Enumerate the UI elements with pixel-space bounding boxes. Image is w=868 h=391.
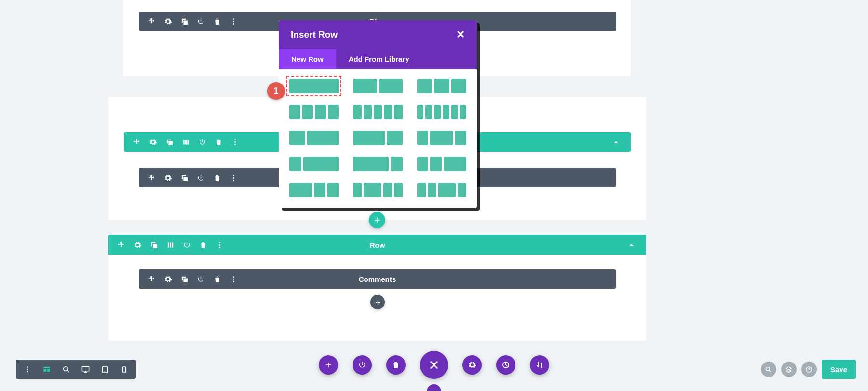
power-icon[interactable] — [197, 275, 205, 283]
move-icon[interactable] — [148, 275, 156, 283]
trash-icon[interactable] — [199, 241, 207, 249]
tab-new-row[interactable]: New Row — [279, 49, 336, 69]
svg-rect-22 — [43, 369, 46, 372]
layout-option[interactable] — [289, 79, 339, 93]
svg-point-14 — [219, 247, 220, 248]
add-button[interactable] — [319, 355, 338, 375]
trash-icon[interactable] — [215, 138, 223, 146]
duplicate-icon[interactable] — [180, 275, 189, 283]
svg-point-15 — [233, 276, 234, 278]
duplicate-icon[interactable] — [150, 241, 158, 249]
builder-action-bar — [319, 351, 549, 379]
power-button[interactable] — [353, 355, 372, 375]
sort-button[interactable] — [530, 355, 549, 375]
columns-icon[interactable] — [182, 138, 190, 146]
layout-option[interactable] — [353, 131, 402, 145]
gear-icon[interactable] — [164, 174, 172, 182]
more-icon[interactable] — [230, 174, 238, 182]
svg-point-20 — [27, 371, 28, 372]
move-icon[interactable] — [117, 241, 125, 249]
row-bar-lower[interactable]: Row — [108, 235, 646, 255]
svg-point-27 — [104, 371, 105, 372]
wireframe-view-icon[interactable] — [37, 360, 56, 379]
svg-point-10 — [233, 177, 234, 179]
svg-point-17 — [233, 281, 234, 282]
row-title: Row — [370, 241, 385, 249]
gear-icon[interactable] — [164, 275, 172, 283]
svg-rect-21 — [43, 367, 50, 368]
layout-option[interactable] — [417, 157, 466, 171]
svg-rect-23 — [47, 369, 50, 372]
duplicate-icon[interactable] — [165, 138, 174, 146]
popup-header[interactable]: Insert Row ✕ — [279, 20, 477, 49]
more-icon[interactable] — [230, 17, 238, 26]
insert-row-popup: Insert Row ✕ New Row Add From Library — [279, 20, 477, 208]
svg-point-6 — [234, 139, 236, 140]
svg-point-16 — [233, 279, 234, 280]
columns-icon[interactable] — [166, 241, 175, 249]
module-comments-bar[interactable]: Comments — [139, 269, 616, 289]
phone-view-icon[interactable] — [114, 360, 134, 379]
layout-option[interactable] — [353, 157, 402, 171]
power-icon[interactable] — [197, 17, 205, 26]
gear-icon[interactable] — [134, 241, 142, 249]
settings-button[interactable] — [462, 355, 482, 375]
svg-rect-25 — [82, 366, 89, 371]
gear-icon[interactable] — [149, 138, 157, 146]
tablet-view-icon[interactable] — [95, 360, 114, 379]
add-module-button[interactable] — [370, 295, 385, 309]
layout-option[interactable] — [417, 105, 466, 119]
layout-option[interactable] — [417, 131, 466, 145]
gear-icon[interactable] — [164, 17, 172, 26]
add-section-peek-button[interactable] — [427, 384, 441, 391]
power-icon[interactable] — [198, 138, 206, 146]
svg-point-11 — [233, 180, 234, 181]
more-icon[interactable] — [216, 241, 224, 249]
svg-point-13 — [219, 244, 220, 246]
layout-option[interactable] — [289, 183, 339, 197]
trash-icon[interactable] — [213, 275, 221, 283]
svg-point-29 — [123, 371, 124, 371]
tab-add-from-library[interactable]: Add From Library — [336, 49, 422, 69]
svg-point-18 — [27, 366, 28, 368]
move-icon[interactable] — [148, 174, 156, 182]
more-icon[interactable] — [18, 360, 37, 379]
layout-option[interactable] — [417, 183, 466, 197]
save-button[interactable]: Save — [822, 360, 856, 379]
duplicate-icon[interactable] — [180, 17, 189, 26]
section-lower: Row Comments — [108, 235, 646, 341]
add-row-button[interactable] — [369, 212, 385, 228]
layout-option[interactable] — [353, 79, 402, 93]
move-icon[interactable] — [133, 138, 141, 146]
power-icon[interactable] — [197, 174, 205, 182]
layout-option[interactable] — [289, 157, 339, 171]
trash-icon[interactable] — [213, 17, 221, 26]
layers-icon[interactable] — [781, 362, 797, 377]
layout-option[interactable] — [353, 183, 402, 197]
duplicate-icon[interactable] — [180, 174, 189, 182]
trash-icon[interactable] — [213, 174, 221, 182]
module-title: Comments — [359, 275, 396, 283]
delete-button[interactable] — [386, 355, 406, 375]
move-icon[interactable] — [148, 17, 156, 26]
history-button[interactable] — [496, 355, 515, 375]
zoom-icon[interactable] — [56, 360, 76, 379]
svg-point-7 — [234, 141, 236, 143]
layout-option[interactable] — [353, 105, 402, 119]
more-icon[interactable] — [231, 138, 239, 146]
close-icon[interactable]: ✕ — [456, 28, 465, 41]
layout-option[interactable] — [289, 131, 339, 145]
svg-point-0 — [233, 18, 234, 20]
desktop-view-icon[interactable] — [76, 360, 95, 379]
layout-option[interactable] — [289, 105, 339, 119]
popup-tabs: New Row Add From Library — [279, 49, 477, 69]
search-icon[interactable] — [761, 362, 776, 377]
svg-point-19 — [27, 369, 28, 370]
power-icon[interactable] — [183, 241, 191, 249]
help-icon[interactable] — [801, 362, 817, 377]
collapse-icon[interactable] — [612, 138, 620, 146]
layout-option[interactable] — [417, 79, 466, 93]
close-builder-button[interactable] — [420, 351, 448, 379]
collapse-icon[interactable] — [627, 241, 636, 249]
more-icon[interactable] — [230, 275, 238, 283]
